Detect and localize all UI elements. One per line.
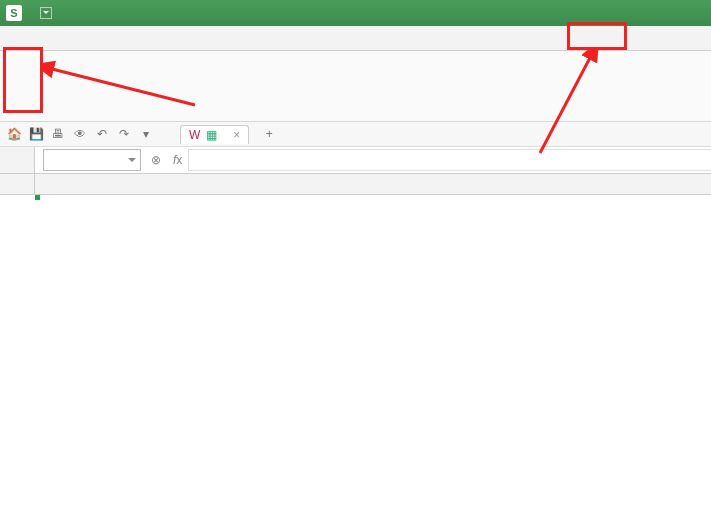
- qat-save-icon[interactable]: 💾: [28, 126, 44, 142]
- fx-cancel-icon[interactable]: ⊗: [145, 153, 167, 167]
- qat-dropdown-icon[interactable]: ▾: [138, 126, 154, 142]
- name-box[interactable]: [43, 149, 141, 171]
- ribbon: [0, 51, 711, 122]
- wps-logo-icon: S: [6, 5, 22, 21]
- name-box-dropdown-icon[interactable]: [128, 158, 136, 166]
- select-all-corner[interactable]: [0, 174, 35, 195]
- formula-input[interactable]: [188, 149, 711, 171]
- spreadsheet-grid: [0, 174, 711, 195]
- qat-undo-icon[interactable]: ↶: [94, 126, 110, 142]
- qat-preview-icon[interactable]: 👁: [72, 126, 88, 142]
- title-dropdown-icon[interactable]: [40, 7, 52, 19]
- menu-bar: [0, 26, 711, 51]
- wps-doc-icon: W: [189, 128, 200, 142]
- title-bar: S: [0, 0, 711, 26]
- quick-access-toolbar: 🏠 💾 🖶 👁 ↶ ↷ ▾ W ▦ × +: [0, 122, 711, 147]
- ribbon-side-panel: [639, 55, 705, 63]
- qat-print-icon[interactable]: 🖶: [50, 126, 66, 142]
- column-headers: [35, 174, 711, 195]
- fx-icon[interactable]: fx: [167, 153, 188, 167]
- selection-indicator: [35, 195, 39, 199]
- close-tab-icon[interactable]: ×: [233, 128, 240, 142]
- qat-redo-icon[interactable]: ↷: [116, 126, 132, 142]
- namebox-gutter: [0, 147, 35, 173]
- qat-home-icon[interactable]: 🏠: [6, 126, 22, 142]
- formula-bar: ⊗ fx: [0, 147, 711, 174]
- new-tab-icon[interactable]: +: [261, 126, 277, 142]
- sheet-doc-icon: ▦: [206, 128, 217, 142]
- document-tab[interactable]: W ▦ ×: [180, 125, 249, 144]
